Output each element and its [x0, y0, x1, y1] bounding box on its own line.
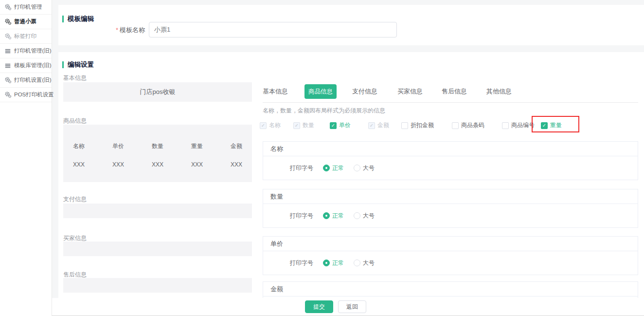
- checkbox-quantity[interactable]: 数量: [293, 121, 314, 130]
- section-header-edit-settings: 编辑设置: [62, 60, 94, 69]
- checkbox-goods-number[interactable]: 商品编号: [502, 121, 535, 130]
- section-title: 编辑设置: [68, 60, 94, 69]
- sidebar-item-label: 打印机设置(旧): [14, 76, 52, 84]
- cogs-icon: [5, 4, 11, 10]
- radio-icon: [323, 260, 330, 266]
- cogs-icon: [5, 33, 11, 39]
- sidebar-item-label: 普通小票: [14, 18, 36, 25]
- sidebar-item-label: 标签打印: [14, 33, 36, 40]
- radio-large[interactable]: 大号: [354, 259, 375, 267]
- footer-bar: 提交 返回: [52, 298, 644, 316]
- radio-icon: [323, 165, 330, 171]
- goods-cell: XXX: [72, 161, 86, 168]
- goods-cell: XXX: [230, 161, 243, 168]
- radio-normal[interactable]: 正常: [323, 259, 344, 267]
- print-font-size-label: 打印字号: [290, 259, 313, 267]
- template-name-input[interactable]: [149, 22, 397, 37]
- tab-goods-info[interactable]: 商品信息: [304, 84, 337, 99]
- tab-aftersale-info[interactable]: 售后信息: [442, 84, 467, 99]
- cogs-icon: [5, 77, 11, 83]
- checkbox-weight[interactable]: 重量: [541, 121, 562, 130]
- required-asterisk: *: [116, 27, 118, 34]
- goods-col-header: 数量: [151, 142, 164, 150]
- goods-col-header: 金额: [230, 142, 243, 150]
- tab-buyer-info[interactable]: 买家信息: [397, 84, 423, 99]
- required-fields-note: 名称，数量，金额因布局样式为必须展示的信息: [263, 107, 385, 115]
- info-tabs: 基本信息 商品信息 支付信息 买家信息 售后信息 其他信息: [263, 84, 638, 99]
- receipt-title: 门店pos收银: [140, 88, 176, 96]
- print-font-size-label: 打印字号: [290, 164, 313, 172]
- goods-field-checkboxes: 名称 数量 单价 金额 折扣金额 商品条码: [58, 121, 644, 131]
- sidebar-item-label: 模板库管理(旧): [14, 62, 52, 69]
- checkbox-icon: [452, 122, 459, 129]
- sidebar-item-pos-printer-settings[interactable]: POS打印机设置: [0, 88, 52, 102]
- goods-col-header: 重量: [190, 142, 204, 150]
- sidebar: 打印机管理 普通小票 标签打印 打印机管理(旧) 模板库管理(旧): [0, 0, 52, 316]
- back-button[interactable]: 返回: [338, 300, 366, 313]
- cogs-icon: [5, 92, 11, 98]
- tab-other-info[interactable]: 其他信息: [486, 84, 512, 99]
- checkbox-amount[interactable]: 金额: [368, 121, 389, 130]
- receipt-template-editor-page: 打印机管理 普通小票 标签打印 打印机管理(旧) 模板库管理(旧): [0, 0, 644, 316]
- panel-quantity: 数量 打印字号 正常 大号: [263, 189, 638, 228]
- goods-cell: XXX: [190, 161, 204, 168]
- preview-payment-info-label: 支付信息: [63, 195, 87, 204]
- checkbox-icon: [541, 122, 548, 129]
- section-header-template-edit: 模板编辑: [62, 15, 94, 23]
- sidebar-item-label: POS打印机设置: [14, 91, 54, 98]
- print-font-size-label: 打印字号: [290, 212, 313, 220]
- checkbox-icon: [260, 122, 267, 129]
- panel-unit-price: 单价 打印字号 正常 大号: [263, 236, 638, 275]
- sidebar-item-printer-management[interactable]: 打印机管理: [0, 0, 52, 15]
- preview-basic-info-box: 门店pos收银: [63, 82, 252, 102]
- edit-settings-section: 编辑设置 基本信息 门店pos收银 商品信息 名称 单价 数量 重量 金额 XX…: [58, 52, 644, 316]
- preview-buyer-info-box: [63, 242, 252, 256]
- radio-icon: [354, 165, 360, 171]
- tabs-divider: [263, 102, 638, 103]
- goods-table-value-row: XXX XXX XXX XXX XXX: [63, 150, 252, 168]
- goods-col-header: 名称: [72, 142, 86, 150]
- template-name-label: *模板名称: [58, 26, 145, 35]
- preview-aftersale-info-box: [63, 278, 252, 293]
- radio-icon: [323, 212, 330, 219]
- panel-title: 单价: [263, 237, 638, 251]
- checkbox-name[interactable]: 名称: [260, 121, 281, 130]
- goods-cell: XXX: [151, 161, 164, 168]
- green-accent-bar: [62, 16, 64, 22]
- radio-normal[interactable]: 正常: [323, 164, 344, 172]
- radio-large[interactable]: 大号: [354, 212, 375, 220]
- sidebar-item-printer-management-old[interactable]: 打印机管理(旧): [0, 44, 52, 58]
- sidebar-item-label-printing[interactable]: 标签打印: [0, 29, 52, 44]
- tab-basic-info[interactable]: 基本信息: [263, 84, 288, 99]
- sidebar-item-template-library-old[interactable]: 模板库管理(旧): [0, 58, 52, 73]
- checkbox-discount-amount[interactable]: 折扣金额: [401, 121, 434, 130]
- panel-body: 打印字号 正常 大号: [263, 204, 638, 227]
- list-icon: [5, 48, 11, 54]
- checkbox-icon: [401, 122, 408, 129]
- goods-cell: XXX: [111, 161, 125, 168]
- radio-icon: [354, 260, 360, 266]
- checkbox-icon: [293, 122, 300, 129]
- radio-large[interactable]: 大号: [354, 164, 375, 172]
- list-icon: [5, 62, 11, 69]
- checkbox-unit-price[interactable]: 单价: [330, 121, 351, 130]
- tab-payment-info[interactable]: 支付信息: [352, 84, 377, 99]
- panel-title: 数量: [263, 189, 638, 204]
- cogs-icon: [5, 19, 11, 25]
- template-edit-section: 模板编辑 *模板名称: [58, 5, 644, 45]
- panel-name: 名称 打印字号 正常 大号: [263, 141, 638, 180]
- panel-title: 名称: [263, 142, 638, 156]
- preview-basic-info-label: 基本信息: [63, 74, 87, 82]
- preview-payment-info-box: [63, 204, 252, 218]
- footer-buttons: 提交 返回: [305, 300, 366, 313]
- preview-goods-info-box: 名称 单价 数量 重量 金额 XXX XXX XXX XXX XXX: [63, 125, 252, 182]
- submit-button[interactable]: 提交: [305, 300, 333, 313]
- sidebar-item-printer-settings-old[interactable]: 打印机设置(旧): [0, 73, 52, 88]
- sidebar-item-normal-receipt[interactable]: 普通小票: [0, 15, 52, 29]
- checkbox-goods-barcode[interactable]: 商品条码: [452, 121, 484, 130]
- radio-icon: [354, 212, 360, 219]
- radio-normal[interactable]: 正常: [323, 212, 344, 220]
- panel-body: 打印字号 正常 大号: [263, 251, 638, 275]
- checkbox-icon: [368, 122, 375, 129]
- sidebar-item-label: 打印机管理(旧): [14, 47, 52, 55]
